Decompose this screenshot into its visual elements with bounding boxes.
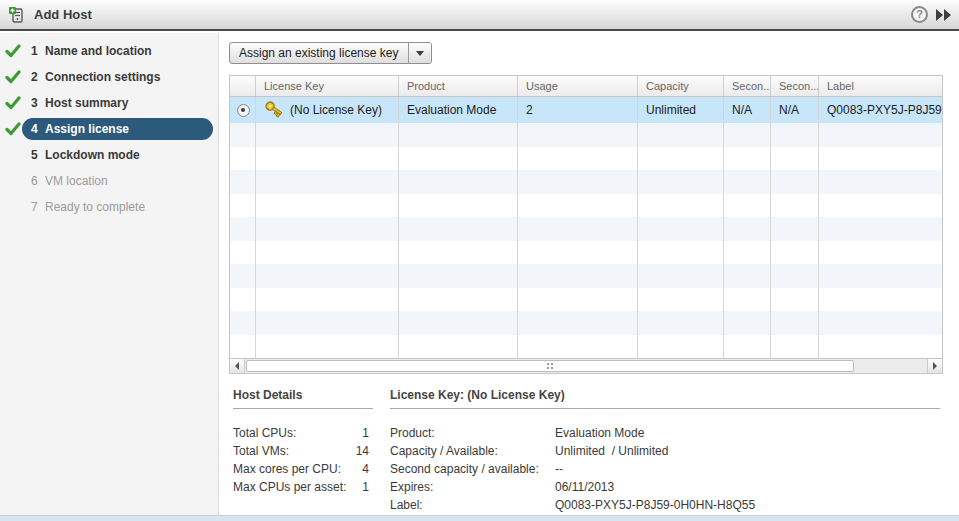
wizard-step-7: 7Ready to complete (0, 194, 218, 220)
empty-table-row (230, 194, 942, 218)
divider (233, 408, 373, 409)
column-header[interactable]: Capacity (638, 76, 724, 96)
detail-value: 1 (351, 478, 369, 496)
column-header[interactable]: Product (399, 76, 518, 96)
step-label: Host summary (45, 96, 128, 110)
empty-table-row (230, 147, 942, 171)
help-icon[interactable]: ? (911, 6, 928, 23)
detail-row: Max CPUs per asset:1 (233, 478, 373, 496)
license-table-body: (No License Key)Evaluation Mode2Unlimite… (229, 97, 943, 359)
empty-table-row (230, 264, 942, 288)
step-number: 3 (31, 96, 45, 110)
second-1-cell: N/A (724, 97, 771, 123)
product-cell: Evaluation Mode (399, 97, 518, 123)
column-header[interactable]: License Key (256, 76, 399, 96)
step-label: Connection settings (45, 70, 160, 84)
host-details-title: Host Details (233, 388, 373, 402)
license-table-header: License KeyProductUsageCapacitySecon...S… (229, 75, 943, 97)
license-details-section: License Key: (No License Key) Product:Ev… (390, 388, 940, 514)
license-table: License KeyProductUsageCapacitySecon...S… (229, 75, 943, 374)
step-number: 6 (31, 174, 45, 188)
scroll-left-button[interactable] (230, 359, 245, 373)
empty-table-row (230, 170, 942, 194)
dialog-bottom-edge (0, 515, 959, 521)
detail-value: 1 (351, 424, 369, 442)
check-icon (5, 122, 22, 136)
detail-label: Total VMs: (233, 442, 351, 460)
radio-column-header (230, 76, 256, 96)
column-header[interactable]: Secon... (771, 76, 819, 96)
check-icon (5, 96, 22, 110)
detail-label: Capacity / Available: (390, 442, 555, 460)
step-label: Ready to complete (45, 200, 145, 214)
scroll-right-button[interactable] (927, 359, 942, 373)
wizard-steps-sidebar: 1Name and location2Connection settings3H… (0, 33, 219, 515)
add-host-wizard-window: Add Host ? 1Name and location2Connection… (0, 0, 959, 521)
detail-label: Second capacity / available: (390, 460, 555, 478)
host-details-section: Host Details Total CPUs:1Total VMs:14Max… (233, 388, 373, 496)
detail-value: 14 (351, 442, 369, 460)
detail-row: Second capacity / available:-- (390, 460, 940, 478)
detail-row: Max cores per CPU:4 (233, 460, 373, 478)
column-header[interactable]: Usage (518, 76, 638, 96)
detail-row: Label:Q0083-PXY5J-P8J59-0H0HN-H8Q55 (390, 496, 940, 514)
empty-table-row (230, 311, 942, 335)
detail-value: 4 (351, 460, 369, 478)
detail-row: Total VMs:14 (233, 442, 373, 460)
empty-table-row (230, 241, 942, 265)
label-cell: Q0083-PXY5J-P8J59-0H0HN-H8Q55 (819, 97, 942, 123)
key-icon (264, 101, 285, 119)
step-number: 1 (31, 44, 45, 58)
empty-table-row (230, 123, 942, 147)
detail-row: Product:Evaluation Mode (390, 424, 940, 442)
no-check (5, 148, 22, 162)
horizontal-scrollbar[interactable] (229, 359, 943, 374)
step-label: Lockdown mode (45, 148, 140, 162)
no-check (5, 174, 22, 188)
license-details-title: License Key: (No License Key) (390, 388, 940, 402)
empty-table-row (230, 217, 942, 241)
detail-label: Product: (390, 424, 555, 442)
detail-label: Expires: (390, 478, 555, 496)
assign-license-dropdown[interactable]: Assign an existing license key (229, 42, 432, 64)
wizard-step-2[interactable]: 2Connection settings (0, 64, 218, 90)
wizard-step-1[interactable]: 1Name and location (0, 38, 218, 64)
license-key-cell: (No License Key) (256, 97, 399, 123)
column-header[interactable]: Secon... (724, 76, 771, 96)
capacity-cell: Unlimited (638, 97, 724, 123)
detail-value: Unlimited / Unlimited (555, 442, 668, 460)
window-title: Add Host (34, 7, 92, 22)
wizard-step-4[interactable]: 4Assign license (0, 116, 218, 142)
step-number: 4 (31, 122, 45, 136)
license-radio-button[interactable] (230, 97, 256, 123)
detail-value: -- (555, 460, 563, 478)
wizard-step-5[interactable]: 5Lockdown mode (0, 142, 218, 168)
step-number: 2 (31, 70, 45, 84)
license-row-selected[interactable]: (No License Key)Evaluation Mode2Unlimite… (230, 97, 942, 123)
step-number: 5 (31, 148, 45, 162)
step-label: Name and location (45, 44, 152, 58)
step-label: VM location (45, 174, 108, 188)
scrollbar-grip-icon (547, 363, 549, 365)
check-icon (5, 44, 22, 58)
check-icon (5, 70, 22, 84)
divider (390, 408, 940, 409)
column-header[interactable]: Label (819, 76, 942, 96)
detail-label: Max cores per CPU: (233, 460, 351, 478)
detail-value: 06/11/2013 (555, 478, 614, 496)
assign-license-dropdown-label: Assign an existing license key (230, 43, 408, 63)
detail-value: Evaluation Mode (555, 424, 644, 442)
no-check (5, 200, 22, 214)
add-host-icon (8, 6, 26, 24)
detail-label: Label: (390, 496, 555, 514)
double-forward-icon[interactable] (935, 9, 951, 21)
usage-cell: 2 (518, 97, 638, 123)
detail-label: Max CPUs per asset: (233, 478, 351, 496)
scrollbar-thumb[interactable] (246, 360, 854, 372)
step-label: Assign license (45, 122, 129, 136)
wizard-step-6: 6VM location (0, 168, 218, 194)
chevron-down-icon[interactable] (408, 43, 431, 63)
second-2-cell: N/A (771, 97, 819, 123)
detail-label: Total CPUs: (233, 424, 351, 442)
wizard-step-3[interactable]: 3Host summary (0, 90, 218, 116)
